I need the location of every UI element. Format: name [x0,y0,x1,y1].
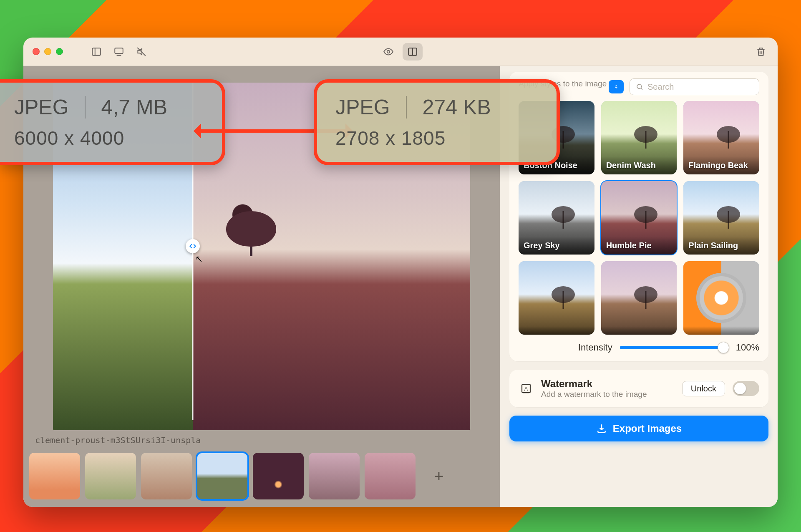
style-tile[interactable]: Flamingo Beak [683,101,759,174]
tree-decoration [237,211,266,240]
thumbnail[interactable] [197,453,248,499]
intensity-slider[interactable] [620,346,728,349]
original-info-callout: JPEG 4,7 MB 6000 x 4000 [0,79,225,165]
style-label: Humble Pie [601,237,677,255]
thumbnail[interactable] [29,453,80,499]
compare-mode-button[interactable] [403,43,423,61]
style-label: Plain Sailing [683,237,759,255]
style-label: Flamingo Beak [683,156,759,174]
intensity-value: 100% [736,342,759,353]
titlebar-center-controls [378,43,423,61]
style-label [519,326,594,335]
trash-icon[interactable] [753,44,768,59]
close-window-button[interactable] [33,48,40,55]
thumbnail[interactable] [141,453,192,499]
thumbnail[interactable] [365,453,416,499]
watermark-icon: A [519,381,534,396]
style-tile[interactable]: Plain Sailing [683,181,759,255]
export-button[interactable]: Export Images [509,416,768,441]
style-label [683,326,759,335]
original-size: 4,7 MB [101,95,167,119]
thumbnail[interactable] [85,453,136,499]
svg-line-11 [641,88,642,89]
style-label: Grey Sky [519,237,594,255]
export-button-label: Export Images [613,423,682,434]
intensity-row: Intensity 100% [519,342,759,353]
intensity-label: Intensity [578,342,612,353]
add-image-button[interactable]: + [426,464,451,489]
svg-point-10 [637,84,642,89]
original-format: JPEG [14,95,69,119]
window-controls [33,48,63,55]
divider [406,96,407,119]
style-tile[interactable]: Humble Pie [601,181,677,255]
sidebar-left-icon[interactable] [89,44,104,59]
preview-mode-button[interactable] [378,43,398,61]
result-format: JPEG [335,95,390,119]
result-info-callout: JPEG 274 KB 2708 x 1805 [314,79,560,165]
svg-point-5 [387,50,390,53]
zoom-window-button[interactable] [56,48,63,55]
watermark-subtitle: Add a watermark to the image [541,390,675,399]
compare-slider-handle[interactable] [186,239,200,253]
category-select[interactable] [609,80,624,93]
cursor-icon: ↖︎ [195,254,203,265]
svg-rect-2 [115,48,123,53]
divider [85,96,86,119]
original-dimensions: 6000 x 4000 [14,127,204,149]
style-label [601,326,677,335]
style-tile[interactable]: Denim Wash [601,101,677,174]
speaker-off-icon[interactable] [134,44,149,59]
filename-label: clement-proust-m3StSUrsi3I-unspla [29,430,494,447]
minimize-window-button[interactable] [44,48,51,55]
style-tile[interactable] [519,261,594,335]
style-tile[interactable]: Grey Sky [519,181,594,255]
unlock-button[interactable]: Unlock [682,381,725,396]
display-icon[interactable] [111,44,126,59]
watermark-toggle[interactable] [733,381,759,396]
watermark-title: Watermark [541,378,675,390]
watermark-panel: A Watermark Add a watermark to the image… [509,370,768,407]
result-size: 274 KB [423,95,491,119]
thumbnail[interactable] [309,453,360,499]
style-search-input[interactable] [647,82,753,92]
style-tile[interactable] [683,261,759,335]
svg-text:A: A [524,386,528,392]
titlebar [23,38,778,66]
style-label: Denim Wash [601,156,677,174]
thumbnail[interactable] [253,453,304,499]
style-tile[interactable] [601,261,677,335]
svg-rect-0 [92,48,101,55]
thumbnail-strip: + [29,447,494,501]
style-search[interactable] [630,78,759,95]
result-dimensions: 2708 x 1805 [335,127,538,149]
